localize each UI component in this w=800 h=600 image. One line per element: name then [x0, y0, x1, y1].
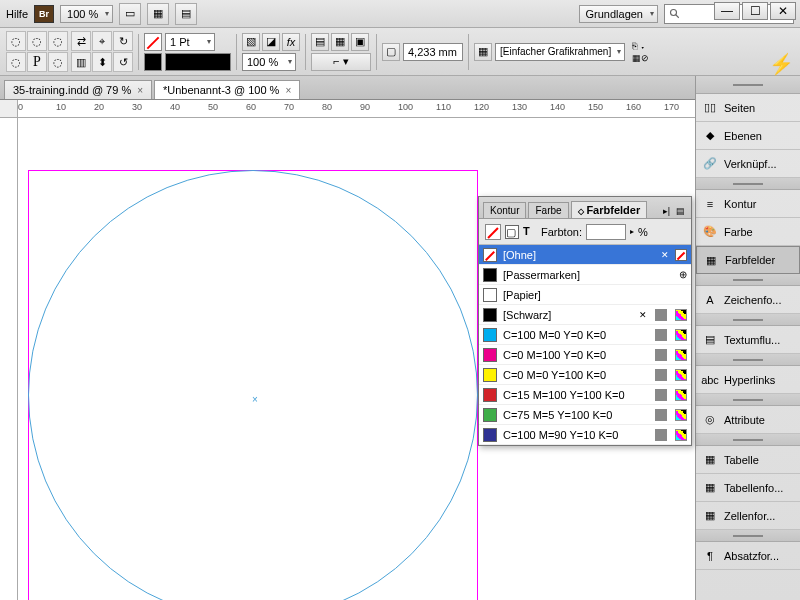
swatch-chip [483, 368, 497, 382]
color-type-icon [655, 429, 667, 441]
fx-button[interactable]: fx [282, 33, 300, 51]
ruler-vertical[interactable] [0, 118, 18, 600]
opacity-field[interactable]: 100 % [242, 53, 296, 71]
tablef-icon: ▦ [702, 480, 718, 496]
dimension-field[interactable]: 4,233 mm [403, 43, 463, 61]
panel-button-cellf[interactable]: ▦Zellenfor... [696, 502, 800, 530]
panel-button-pages[interactable]: ▯▯Seiten [696, 94, 800, 122]
panel-collapse-button[interactable]: ▸| [661, 204, 672, 218]
fit-frame-button[interactable]: ▢ [382, 43, 400, 61]
new-style-button[interactable]: ⎘ ▾ [632, 41, 649, 51]
tint-unit: % [638, 226, 648, 238]
swatch-row[interactable]: C=75 M=5 Y=100 K=0 [479, 405, 691, 425]
svg-point-0 [671, 9, 677, 15]
clear-overrides-button[interactable]: ▦⊘ [632, 53, 649, 63]
wrap-icon: ▤ [702, 332, 718, 348]
swatch-row[interactable]: [Passermarken]⊕ [479, 265, 691, 285]
fill-swatch[interactable] [144, 33, 162, 51]
swatch-row[interactable]: C=100 M=0 Y=0 K=0 [479, 325, 691, 345]
layers-icon: ◆ [702, 128, 718, 144]
close-tab-icon[interactable]: × [137, 85, 143, 96]
workspace-dropdown[interactable]: Grundlagen [579, 5, 659, 23]
color-mode-icon [675, 389, 687, 401]
panel-button-attr[interactable]: ◎Attribute [696, 406, 800, 434]
swatch-name: C=0 M=0 Y=100 K=0 [503, 369, 647, 381]
panel-button-links[interactable]: 🔗Verknüpf... [696, 150, 800, 178]
panel-label: Kontur [724, 198, 756, 210]
text-button[interactable]: T [523, 225, 537, 239]
swatch-name: [Passermarken] [503, 269, 673, 281]
position-proxy[interactable]: ◌◌◌◌P◌ [6, 31, 68, 72]
swatch-row[interactable]: C=15 M=100 Y=100 K=0 [479, 385, 691, 405]
swatches-panel: Kontur Farbe ◇ Farbfelder ▸| ▤ ▢ T Farbt… [478, 196, 692, 446]
corner-options-button[interactable]: ⌐ ▾ [311, 53, 371, 71]
panel-tab-farbfelder[interactable]: ◇ Farbfelder [571, 201, 648, 218]
panel-button-paraf[interactable]: ¶Absatzfor... [696, 542, 800, 570]
wrap-shape-button[interactable]: ▣ [351, 33, 369, 51]
document-tab-1[interactable]: 35-training.indd @ 79 %× [4, 80, 152, 99]
paraf-icon: ¶ [702, 548, 718, 564]
panel-button-wrap[interactable]: ▤Textumflu... [696, 326, 800, 354]
color-type-icon [655, 309, 667, 321]
swatch-chip [483, 328, 497, 342]
minimize-button[interactable]: — [714, 2, 740, 20]
screen-mode-button[interactable]: ▭ [119, 3, 141, 25]
svg-line-1 [676, 14, 679, 17]
ruler-horizontal[interactable]: 0102030405060708090100110120130140150160… [18, 100, 695, 118]
panel-button-layers[interactable]: ◆Ebenen [696, 122, 800, 150]
wrap-none-button[interactable]: ▤ [311, 33, 329, 51]
swatch-row[interactable]: [Ohne]✕ [479, 245, 691, 265]
close-tab-icon[interactable]: × [285, 85, 291, 96]
maximize-button[interactable]: ☐ [742, 2, 768, 20]
quick-apply-button[interactable]: ⚡ [769, 52, 794, 76]
panel-button-table[interactable]: ▦Tabelle [696, 446, 800, 474]
panel-button-hyper[interactable]: abcHyperlinks [696, 366, 800, 394]
lock-icon: ✕ [639, 310, 647, 320]
swatch-row[interactable]: C=0 M=0 Y=100 K=0 [479, 365, 691, 385]
swatch-row[interactable]: [Schwarz]✕ [479, 305, 691, 325]
container-button[interactable]: ▢ [505, 225, 519, 239]
swatch-row[interactable]: [Papier] [479, 285, 691, 305]
center-marker: × [252, 394, 258, 405]
swatch-row[interactable]: C=0 M=100 Y=0 K=0 [479, 345, 691, 365]
ruler-origin[interactable] [0, 100, 18, 118]
panel-menu-button[interactable]: ▤ [674, 204, 687, 218]
panel-button-tablef[interactable]: ▦Tabellenfo... [696, 474, 800, 502]
effects-btn-1[interactable]: ▧ [242, 33, 260, 51]
view-options-button[interactable]: ▤ [175, 3, 197, 25]
panel-button-swatches[interactable]: ▦Farbfelder [696, 246, 800, 274]
document-tab-2[interactable]: *Unbenannt-3 @ 100 %× [154, 80, 300, 99]
stroke-weight-field[interactable]: 1 Pt [165, 33, 215, 51]
object-style-icon: ▦ [474, 43, 492, 61]
panel-tab-farbe[interactable]: Farbe [528, 202, 568, 218]
stroke-swatch[interactable] [144, 53, 162, 71]
zoom-dropdown[interactable]: 100 % [60, 5, 113, 23]
panel-label: Absatzfor... [724, 550, 779, 562]
bridge-button[interactable]: Br [34, 5, 54, 23]
ellipse-object[interactable] [28, 170, 478, 600]
hyper-icon: abc [702, 372, 718, 388]
color-type-icon [655, 349, 667, 361]
panel-button-char[interactable]: AZeichenfo... [696, 286, 800, 314]
panel-button-stroke[interactable]: ≡Kontur [696, 190, 800, 218]
close-button[interactable]: ✕ [770, 2, 796, 20]
help-menu[interactable]: Hilfe [6, 8, 28, 20]
object-style-dropdown[interactable]: [Einfacher Grafikrahmen] [495, 43, 625, 61]
arrange-button[interactable]: ▦ [147, 3, 169, 25]
panel-label: Ebenen [724, 130, 762, 142]
panel-label: Attribute [724, 414, 765, 426]
panel-tab-kontur[interactable]: Kontur [483, 202, 526, 218]
document-tabs: 35-training.indd @ 79 %× *Unbenannt-3 @ … [0, 76, 800, 100]
drop-shadow-button[interactable]: ◪ [262, 33, 280, 51]
char-icon: A [702, 292, 718, 308]
panel-button-color[interactable]: 🎨Farbe [696, 218, 800, 246]
swatch-name: [Schwarz] [503, 309, 633, 321]
wrap-bounding-button[interactable]: ▦ [331, 33, 349, 51]
stroke-style-dropdown[interactable] [165, 53, 231, 71]
color-mode-icon [675, 369, 687, 381]
tint-field[interactable] [586, 224, 626, 240]
color-mode-icon [675, 429, 687, 441]
transform-tools[interactable]: ⇄⌖↻▥⬍↺ [71, 31, 133, 72]
fill-stroke-toggle[interactable] [485, 224, 501, 240]
swatch-row[interactable]: C=100 M=90 Y=10 K=0 [479, 425, 691, 445]
